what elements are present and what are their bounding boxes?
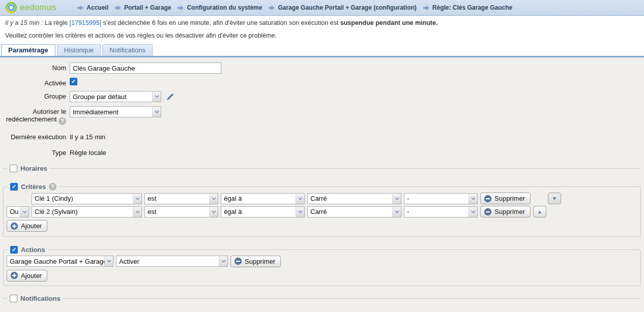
chevron-down-icon <box>209 194 218 204</box>
section-actions: ✓ Actions Garage Gauche Portail + Garage… <box>3 246 641 287</box>
breadcrumb: Accueil Portail + Garage Configuration d… <box>77 4 519 11</box>
breadcrumb-arrow-icon <box>115 5 121 11</box>
add-criteria-button[interactable]: Ajouter <box>7 220 47 232</box>
triangle-down-icon: ▼ <box>552 196 557 201</box>
tab-bar: Paramétrage Historique Notifications <box>0 45 644 56</box>
group-label: Groupe <box>0 91 66 100</box>
minus-circle-icon <box>484 195 492 203</box>
tab-parametrage[interactable]: Paramétrage <box>1 44 55 56</box>
add-action-button[interactable]: Ajouter <box>7 270 47 282</box>
breadcrumb-arrow-icon <box>77 5 83 11</box>
retrigger-select[interactable]: Immédiatement <box>70 106 161 117</box>
group-select[interactable]: Groupe par défaut <box>70 91 161 102</box>
alert-message: Il y a 15 min : La règle [17915995] s'es… <box>5 19 638 26</box>
criteria-condition-select[interactable]: est <box>144 206 218 217</box>
criteria-extra-select[interactable]: - <box>404 206 478 217</box>
top-bar: eedomus Accueil Portail + Garage Configu… <box>0 0 644 16</box>
alert-timestamp: Il y a 15 min : <box>5 19 43 26</box>
type-value: Règle locale <box>70 147 106 157</box>
criteria-device-select[interactable]: Clé 1 (Cindy) <box>32 193 142 204</box>
section-notifications: ✓ Notifications <box>3 295 641 302</box>
chevron-down-icon <box>152 107 161 117</box>
delete-criteria-button[interactable]: Supprimer <box>480 206 531 217</box>
action-device-select[interactable]: Garage Gauche Portail + Garage <box>7 256 113 267</box>
horaires-label: Horaires <box>20 165 47 172</box>
breadcrumb-item-home: Accueil <box>77 4 108 11</box>
chevron-down-icon <box>104 256 113 266</box>
last-exec-value: Il y a 15 min <box>70 132 105 141</box>
horaires-checkbox[interactable]: ✓ <box>10 165 17 172</box>
criteria-value-select[interactable]: Carré <box>307 206 401 217</box>
alert-advice: Veuillez contrôler les critères et actio… <box>5 32 638 39</box>
chevron-down-icon <box>152 91 161 102</box>
group-row: Groupe Groupe par défaut <box>0 91 644 102</box>
chevron-down-icon <box>469 194 477 204</box>
retrigger-row: Autoriser le redéclenchement ? Immédiate… <box>0 106 644 125</box>
chevron-down-icon <box>392 207 401 217</box>
eedomus-logo-icon <box>5 2 17 14</box>
actions-checkbox[interactable]: ✓ <box>10 246 18 254</box>
eedomus-logo[interactable]: eedomus <box>5 2 56 14</box>
enabled-label: Activée <box>0 78 66 87</box>
tab-notifications[interactable]: Notifications <box>102 44 153 56</box>
move-up-button[interactable]: ▲ <box>533 206 546 217</box>
criteria-device-select[interactable]: Clé 2 (Sylvain) <box>32 206 142 217</box>
tab-historique[interactable]: Historique <box>57 44 101 56</box>
delete-criteria-button[interactable]: Supprimer <box>480 193 531 204</box>
section-criteres: ✓ Critères ? Clé 1 (Cindy) est égal à Ca… <box>3 183 641 237</box>
name-row: Nom <box>0 63 644 74</box>
notifications-label: Notifications <box>20 295 61 302</box>
rule-settings-panel: Nom Activée ✓ Groupe Groupe par défaut A… <box>0 57 644 312</box>
chevron-down-icon <box>469 207 477 217</box>
logo-text: eedomus <box>20 3 56 13</box>
criteres-label: Critères <box>21 183 46 191</box>
breadcrumb-arrow-icon <box>178 5 184 11</box>
name-label: Nom <box>0 63 66 72</box>
edit-group-button[interactable] <box>166 92 174 101</box>
breadcrumb-item-rule: Règle: Clés Garage Gauche <box>423 4 512 11</box>
delete-action-button[interactable]: Supprimer <box>230 256 281 267</box>
notifications-checkbox[interactable]: ✓ <box>10 295 17 302</box>
chevron-down-icon <box>20 207 28 217</box>
last-exec-label: Dernière exécution <box>0 132 66 141</box>
action-command-select[interactable]: Activer <box>116 256 228 267</box>
plus-circle-icon <box>10 271 18 279</box>
chevron-down-icon <box>219 256 227 266</box>
enabled-row: Activée ✓ <box>0 78 644 87</box>
chevron-down-icon <box>209 207 218 217</box>
breadcrumb-item-device-config: Garage Gauche Portail + Garage (configur… <box>269 4 416 11</box>
chevron-down-icon <box>392 194 401 204</box>
type-row: Type Règle locale <box>0 147 644 157</box>
section-horaires: ✓ Horaires <box>3 165 641 172</box>
actions-label: Actions <box>21 246 45 254</box>
criteria-value-select[interactable]: Carré <box>307 193 401 204</box>
criteria-comparator-select[interactable]: égal à <box>221 206 305 217</box>
enabled-checkbox[interactable]: ✓ <box>70 78 77 85</box>
breadcrumb-arrow-icon <box>423 5 429 11</box>
minus-circle-icon <box>484 208 492 216</box>
alert-area: Il y a 15 min : La règle [17915995] s'es… <box>0 16 644 45</box>
criteres-checkbox[interactable]: ✓ <box>10 183 18 191</box>
chevron-down-icon <box>133 194 141 204</box>
criteria-row-2: Ou Clé 2 (Sylvain) est égal à Carré - <box>7 206 637 217</box>
last-exec-row: Dernière exécution Il y a 15 min <box>0 132 644 141</box>
plus-circle-icon <box>10 222 18 230</box>
criteria-operator-select[interactable]: Ou <box>7 206 29 217</box>
rule-name-input[interactable] <box>70 63 221 74</box>
criteria-condition-select[interactable]: est <box>144 193 218 204</box>
pencil-icon <box>166 92 174 101</box>
help-icon[interactable]: ? <box>49 183 56 191</box>
breadcrumb-arrow-icon <box>269 5 275 11</box>
chevron-down-icon <box>296 194 304 204</box>
breadcrumb-item-portail-garage: Portail + Garage <box>115 4 171 11</box>
move-down-button[interactable]: ▼ <box>548 193 561 204</box>
rule-id-link[interactable]: [17915995] <box>70 19 102 26</box>
help-icon[interactable]: ? <box>58 117 66 125</box>
triangle-up-icon: ▲ <box>537 209 542 214</box>
criteria-row-1: Clé 1 (Cindy) est égal à Carré - Sup <box>7 193 637 204</box>
criteria-comparator-select[interactable]: égal à <box>221 193 305 204</box>
criteria-extra-select[interactable]: - <box>404 193 478 204</box>
breadcrumb-item-configuration: Configuration du système <box>178 4 262 11</box>
type-label: Type <box>0 147 66 157</box>
chevron-down-icon <box>133 207 141 217</box>
